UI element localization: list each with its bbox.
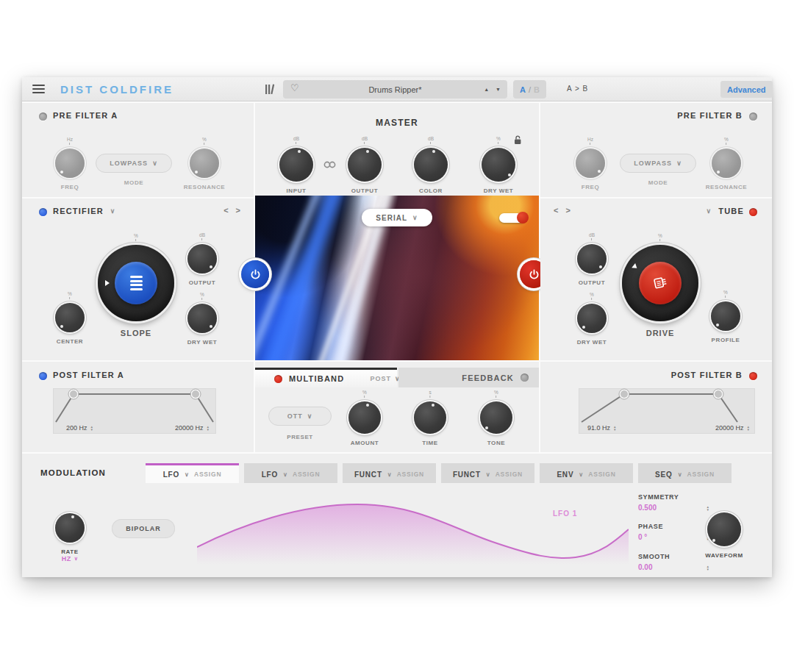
preset-name[interactable]: Drums Ripper* [283,85,507,94]
mod-tab-funct2[interactable]: FUNCT ∨ ASSIGN [441,463,534,483]
master-title: MASTER [376,118,418,128]
mod-tab-funct1[interactable]: FUNCT ∨ ASSIGN [343,463,436,483]
ab-copy-button[interactable]: A > B [567,85,588,93]
assign-button[interactable]: ASSIGN [496,471,523,478]
ab-toggle-b[interactable]: B [534,85,540,94]
main-menu-icon[interactable] [32,85,45,96]
smooth-param: SMOOTH 0.00 ▴▾ [638,553,709,571]
plugin-window: DIST COLDFIRE ♡ Drums Ripper* ▲ ▼ A / B … [22,77,772,577]
next-model-icon[interactable]: > [236,206,240,215]
mod-tab-lfo2[interactable]: LFO ∨ ASSIGN [244,463,337,483]
power-icon [249,268,262,281]
power-icon [528,268,540,281]
bipolar-button[interactable]: BIPOLAR [112,519,175,538]
feedback-led[interactable] [521,373,529,382]
routing-balance-toggle[interactable] [499,213,526,223]
routing-section: SERIAL ∨ [255,196,539,360]
post-filter-b-panel: POST FILTER B 91.0 Hz ▴▾ 20000 Hz ▴▾ [540,362,772,452]
post-filter-a-led[interactable] [39,372,47,380]
spinner-icon[interactable]: ▴▾ [614,425,616,431]
rectifier-led[interactable] [39,208,47,216]
post-filter-a-graph[interactable]: 200 Hz ▴▾ 20000 Hz ▴▾ [53,388,216,434]
spinner-icon[interactable]: ▴▾ [747,425,749,431]
spinner-icon[interactable]: ▴▾ [91,425,93,431]
mod-tab-seq[interactable]: SEQ ∨ ASSIGN [638,463,732,483]
post-filter-b-led[interactable] [749,372,757,380]
chevron-down-icon: ∨ [110,207,116,215]
assign-button[interactable]: ASSIGN [397,471,424,478]
ab-toggle-a[interactable]: A [520,85,526,94]
next-model-icon[interactable]: > [565,206,570,215]
post-filter-b-graph[interactable]: 91.0 Hz ▴▾ 20000 Hz ▴▾ [579,388,755,434]
phase-value[interactable]: 0 ° [638,533,647,541]
symmetry-value[interactable]: 0.500 [638,504,657,512]
tube-panel: < > ∨ TUBE dB OUTPUT % DRY WET % [540,199,772,360]
spinner-icon[interactable]: ▴▾ [207,425,209,431]
post-filter-a-panel: POST FILTER A 200 Hz ▴▾ 20000 Hz ▴▾ [22,362,254,452]
preset-selector[interactable]: ♡ Drums Ripper* ▲ ▼ [283,80,507,99]
prev-model-icon[interactable]: < [223,206,228,215]
rectifier-header[interactable]: RECTIFIER ∨ [53,207,116,215]
symmetry-param: SYMMETRY 0.500 ▴▾ [638,493,709,512]
tab-feedback[interactable]: FEEDBACK [398,368,539,387]
pre-filter-a-mode-dropdown[interactable]: LOWPASS ∨ [96,154,172,173]
spinner-icon[interactable]: ▴▾ [707,505,709,511]
routing-mode-dropdown[interactable]: SERIAL ∨ [362,209,432,226]
pre-filter-b-mode-dropdown[interactable]: LOWPASS ∨ [620,154,696,173]
advanced-button[interactable]: Advanced [720,81,773,98]
engine-a-power-button[interactable] [241,260,269,288]
library-icon[interactable] [265,84,276,95]
tab-multiband[interactable]: MULTIBAND POST ∨ [255,368,397,387]
favorite-heart-icon[interactable]: ♡ [290,82,299,93]
drywet-lock-icon[interactable] [514,135,522,145]
mod-tab-env[interactable]: ENV ∨ ASSIGN [540,463,633,483]
chevron-down-icon: ∨ [676,160,682,167]
multiband-led[interactable] [274,375,282,383]
assign-button[interactable]: ASSIGN [293,471,320,478]
lfo-rate-unit-dropdown[interactable]: HZ ∨ [62,555,79,562]
preset-next-icon[interactable]: ▼ [496,86,501,93]
spinner-icon[interactable]: ▴▾ [707,565,709,571]
tube-led[interactable] [749,208,757,216]
chevron-down-icon: ∨ [74,556,79,562]
pre-filter-a-mode-label: MODE [124,179,143,186]
preset-prev-icon[interactable]: ▲ [484,86,489,93]
post-filter-b-low-value[interactable]: 91.0 Hz ▴▾ [587,424,616,432]
smooth-value[interactable]: 0.00 [638,563,652,571]
tube-title: TUBE [718,207,744,215]
assign-button[interactable]: ASSIGN [687,471,715,478]
assign-button[interactable]: ASSIGN [588,471,615,478]
post-filter-a-low-value[interactable]: 200 Hz ▴▾ [66,424,93,432]
chevron-down-icon: ∨ [678,471,682,478]
chevron-down-icon: ∨ [152,160,158,167]
multiband-feedback-panel: MULTIBAND POST ∨ FEEDBACK OTT ∨ PRESET %… [255,362,539,452]
assign-button[interactable]: ASSIGN [194,471,221,478]
mod-tab-lfo1[interactable]: LFO ∨ ASSIGN [146,463,239,483]
pre-filter-a-led[interactable] [39,112,47,121]
multiband-preset-dropdown[interactable]: OTT ∨ [268,407,332,426]
tube-mode-icon [651,274,670,293]
post-filter-b-title: POST FILTER B [671,371,743,379]
lfo-waveform-display [197,493,629,565]
pre-filter-b-led[interactable] [749,112,757,121]
pre-filter-b-title: PRE FILTER B [677,111,743,120]
tube-header[interactable]: ∨ TUBE [706,207,744,215]
chevron-down-icon: ∨ [579,471,583,478]
pre-filter-b-mode-label: MODE [648,179,668,186]
chevron-down-icon: ∨ [307,412,313,420]
ab-toggle[interactable]: A / B [513,80,546,99]
app-title: DIST COLDFIRE [60,83,174,96]
post-filter-a-high-value[interactable]: 20000 Hz ▴▾ [175,424,209,432]
pre-filter-a-title: PRE FILTER A [53,111,118,120]
multiband-position-dropdown[interactable]: POST ∨ [370,375,400,382]
input-output-link-icon[interactable] [323,160,337,169]
rectifier-mode-icon [130,276,143,290]
modulation-panel: MODULATION LFO ∨ ASSIGN LFO ∨ ASSIGN FUN… [22,454,772,577]
prev-model-icon[interactable]: < [554,206,558,215]
phase-param: PHASE 0 ° ▴▾ [638,523,709,541]
rectifier-panel: RECTIFIER ∨ < > % CENTER % SLOPE dB OUTP [22,199,254,360]
chevron-down-icon: ∨ [387,471,392,478]
master-panel: MASTER dB INPUT dB OUTPUT dB COLOR % DRY… [255,103,539,196]
rectifier-title: RECTIFIER [53,207,104,215]
post-filter-b-high-value[interactable]: 20000 Hz ▴▾ [715,424,749,432]
